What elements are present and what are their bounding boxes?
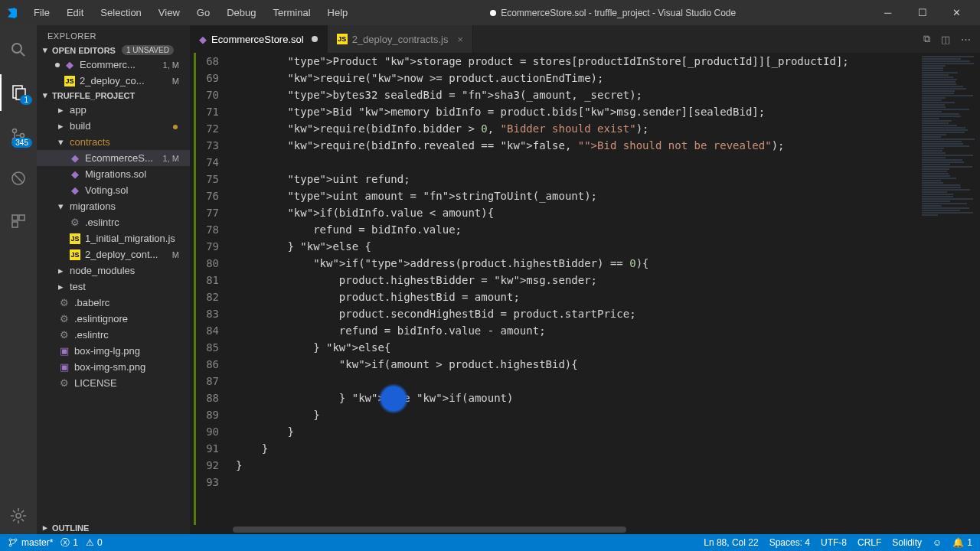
line-gutter: 6869707172737475767778798081828384858687… <box>190 53 233 525</box>
svg-point-0 <box>12 44 21 53</box>
svg-rect-9 <box>12 215 18 220</box>
tree-item[interactable]: ◆Migrations.sol <box>37 166 190 182</box>
editor[interactable]: 6869707172737475767778798081828384858687… <box>190 53 980 525</box>
tree-item[interactable]: ⚙.babelrc <box>37 295 190 311</box>
tree-item[interactable]: ▸app <box>37 102 190 118</box>
language-status[interactable]: Solidity <box>892 537 922 548</box>
more-icon[interactable]: ⋯ <box>961 34 971 45</box>
search-icon[interactable] <box>0 31 37 68</box>
minimap[interactable] <box>911 53 980 525</box>
tab-bar: ◆EcommerceStore.solJS2_deploy_contracts.… <box>190 25 980 53</box>
tree-item[interactable]: ◆EcommerceS...1, M <box>37 150 190 166</box>
tree-item[interactable]: ▣box-img-sm.png <box>37 359 190 375</box>
sidebar-header: EXPLORER <box>37 25 190 44</box>
bell-icon: 🔔 <box>952 537 964 548</box>
explorer-badge: 1 <box>20 95 32 105</box>
open-editor-item[interactable]: ◆Ecommerc...1, M <box>37 57 190 73</box>
titlebar: File Edit Selection View Go Debug Termin… <box>0 0 980 25</box>
warning-icon: ⚠ <box>86 537 94 548</box>
error-icon: ⓧ <box>60 536 70 549</box>
tree-item[interactable]: ⚙.eslintrc <box>37 327 190 343</box>
window-title-text: EcommerceStore.sol - truffle_project - V… <box>501 8 736 18</box>
project-section[interactable]: ▾ TRUFFLE_PROJECT <box>37 89 190 102</box>
cursor-position[interactable]: Ln 88, Col 22 <box>704 537 758 548</box>
tree-item[interactable]: ▾migrations <box>37 198 190 214</box>
project-label: TRUFFLE_PROJECT <box>52 91 135 100</box>
status-bar: master* ⓧ1 ⚠0 Ln 88, Col 22 Spaces: 4 UT… <box>0 534 980 551</box>
tree-item[interactable]: ⚙.eslintignore <box>37 311 190 327</box>
scm-badge: 345 <box>11 138 32 148</box>
window-controls: ─ ☐ ✕ <box>871 2 974 24</box>
unsaved-badge: 1 UNSAVED <box>122 45 174 55</box>
indent-status[interactable]: Spaces: 4 <box>769 537 810 548</box>
open-editors-label: OPEN EDITORS <box>52 46 116 55</box>
debug-icon[interactable] <box>0 160 37 197</box>
problems-status[interactable]: ⓧ1 ⚠0 <box>60 536 102 549</box>
minimize-button[interactable]: ─ <box>871 2 905 24</box>
close-button[interactable]: ✕ <box>939 2 974 24</box>
diff-icon[interactable]: ⧉ <box>923 33 930 45</box>
scm-icon[interactable]: 345 <box>0 117 37 154</box>
menu-file[interactable]: File <box>26 4 57 21</box>
error-count: 1 <box>73 537 78 548</box>
svg-line-1 <box>21 52 24 56</box>
notifications[interactable]: 🔔1 <box>952 537 972 548</box>
tree-item[interactable]: ▸build <box>37 118 190 134</box>
tree-item[interactable]: ◆Voting.sol <box>37 182 190 198</box>
window-title: EcommerceStore.sol - truffle_project - V… <box>355 8 871 18</box>
menu-go[interactable]: Go <box>189 4 217 21</box>
open-editor-item[interactable]: JS2_deploy_co...M <box>37 73 190 89</box>
open-editors-section[interactable]: ▾ OPEN EDITORS 1 UNSAVED <box>37 44 190 57</box>
tree-item[interactable]: ▸node_modules <box>37 262 190 279</box>
settings-icon[interactable] <box>0 497 37 534</box>
file-tree: ▸app▸build▾contracts◆EcommerceS...1, M◆M… <box>37 102 190 521</box>
svg-rect-11 <box>12 222 18 227</box>
menu-edit[interactable]: Edit <box>59 4 91 21</box>
warning-count: 0 <box>97 537 103 548</box>
branch-status[interactable]: master* <box>8 537 53 548</box>
feedback-icon[interactable]: ☺ <box>933 537 942 548</box>
tree-item[interactable]: ▣box-img-lg.png <box>37 343 190 359</box>
menu-terminal[interactable]: Terminal <box>265 4 318 21</box>
outline-section[interactable]: ▸ OUTLINE <box>37 521 190 534</box>
tree-item[interactable]: JS1_initial_migration.js <box>37 230 190 246</box>
tree-item[interactable]: ▾contracts <box>37 134 190 150</box>
outline-label: OUTLINE <box>52 523 89 533</box>
svg-rect-10 <box>19 215 24 220</box>
explorer-icon[interactable]: 1 <box>0 74 37 111</box>
encoding-status[interactable]: UTF-8 <box>821 537 847 548</box>
app-icon <box>6 7 18 19</box>
branch-name: master* <box>21 537 53 548</box>
tree-item[interactable]: ▸test <box>37 279 190 295</box>
editor-area: ◆EcommerceStore.solJS2_deploy_contracts.… <box>190 25 980 534</box>
svg-point-12 <box>16 514 21 518</box>
extensions-icon[interactable] <box>0 203 37 240</box>
menu-debug[interactable]: Debug <box>219 4 263 21</box>
tree-item[interactable]: JS2_deploy_cont...M <box>37 246 190 262</box>
tree-item[interactable]: ⚙LICENSE <box>37 375 190 391</box>
eol-status[interactable]: CRLF <box>858 537 881 548</box>
svg-point-14 <box>9 544 11 546</box>
code-content[interactable]: "type">Product "kw">storage product = st… <box>233 53 911 525</box>
menu-selection[interactable]: Selection <box>93 4 149 21</box>
menubar: File Edit Selection View Go Debug Termin… <box>26 4 355 21</box>
split-icon[interactable]: ◫ <box>941 34 950 45</box>
horizontal-scrollbar[interactable] <box>233 525 911 534</box>
svg-point-6 <box>21 134 24 138</box>
dirty-indicator-icon <box>490 10 496 16</box>
svg-line-8 <box>14 174 23 183</box>
tab-actions: ⧉ ◫ ⋯ <box>914 25 980 53</box>
branch-icon <box>8 537 18 548</box>
tab-2_deploy_contracts-js[interactable]: JS2_deploy_contracts.js× <box>328 25 473 53</box>
tab-EcommerceStore-sol[interactable]: ◆EcommerceStore.sol <box>190 25 328 53</box>
scroll-thumb[interactable] <box>233 527 626 533</box>
activity-bar: 1 345 <box>0 25 37 534</box>
tree-item[interactable]: ⚙.eslintrc <box>37 214 190 230</box>
menu-help[interactable]: Help <box>320 4 356 21</box>
menu-view[interactable]: View <box>151 4 188 21</box>
bell-badge: 1 <box>967 537 972 548</box>
svg-point-15 <box>15 539 17 541</box>
sidebar: EXPLORER ▾ OPEN EDITORS 1 UNSAVED ◆Ecomm… <box>37 25 190 534</box>
maximize-button[interactable]: ☐ <box>905 2 939 24</box>
open-editors-list: ◆Ecommerc...1, MJS2_deploy_co...M <box>37 57 190 89</box>
